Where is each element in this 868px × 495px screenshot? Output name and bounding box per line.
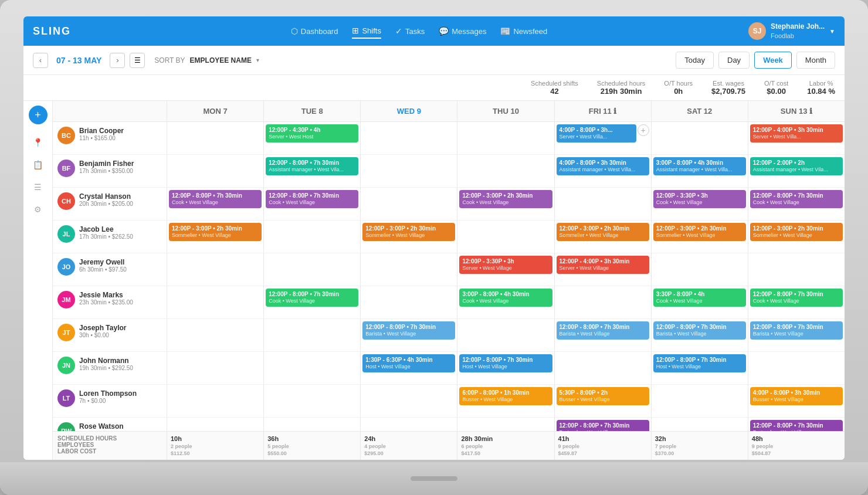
cell-crystal-mon[interactable]: 12:00P - 8:00P • 7h 30min Cook • West Vi…: [167, 188, 264, 220]
shift-block[interactable]: 4:00P - 8:00P • 3h 30min Busser • West V…: [750, 387, 843, 405]
cell-crystal-sat[interactable]: 12:00P - 3:30P • 3h Cook • West Village: [652, 188, 748, 220]
shift-block[interactable]: 12:00P - 8:00P • 7h 30min Bartender • We…: [557, 420, 649, 431]
prev-week-button[interactable]: ‹: [33, 53, 48, 68]
shift-block[interactable]: 6:00P - 8:00P • 1h 30min Busser • West V…: [459, 387, 552, 405]
cell-jessie-fri[interactable]: [555, 286, 652, 318]
cell-john-sun[interactable]: [748, 352, 845, 384]
shift-block[interactable]: 12:00P - 3:00P • 2h 30min Sommelier • We…: [557, 223, 649, 241]
week-view-button[interactable]: Week: [754, 52, 792, 69]
shift-block[interactable]: 12:00P - 3:00P • 2h 30min Cook • West Vi…: [459, 190, 552, 208]
cell-brian-sun[interactable]: 12:00P - 4:00P • 3h 30min Server • West …: [748, 122, 845, 154]
cell-joseph-sun[interactable]: 12:00P - 8:00P • 7h 30min Barista • West…: [748, 319, 845, 351]
cell-brian-wed[interactable]: [361, 122, 457, 154]
cell-jacob-wed[interactable]: 12:00P - 3:00P • 2h 30min Sommelier • We…: [361, 221, 457, 253]
sort-field[interactable]: EMPLOYEE NAME: [190, 56, 252, 65]
cell-benjamin-wed[interactable]: [361, 155, 457, 187]
month-view-button[interactable]: Month: [796, 52, 835, 69]
shift-block[interactable]: 12:00P - 3:00P • 2h 30min Sommelier • We…: [750, 223, 843, 241]
today-button[interactable]: Today: [676, 52, 714, 69]
cell-benjamin-sun[interactable]: 12:00P - 2:00P • 2h Assistant manager • …: [748, 155, 845, 187]
shift-block[interactable]: 12:00P - 3:00P • 2h 30min Sommelier • We…: [169, 223, 262, 241]
next-week-button[interactable]: ›: [110, 53, 125, 68]
cell-john-tue[interactable]: [264, 352, 361, 384]
cell-benjamin-tue[interactable]: 12:00P - 8:00P • 7h 30min Assistant mana…: [264, 155, 361, 187]
shift-block[interactable]: 12:00P - 4:00P • 3h 30min Server • West …: [750, 124, 843, 143]
shift-block[interactable]: 12:00P - 8:00P • 7h 30min Cook • West Vi…: [750, 190, 843, 208]
shift-block[interactable]: 12:00P - 8:00P • 7h 30min Cook • West Vi…: [750, 289, 843, 307]
cell-jeremy-sat[interactable]: [652, 253, 748, 286]
nav-shifts[interactable]: ⊞ Shifts: [352, 23, 381, 39]
day-view-button[interactable]: Day: [718, 52, 750, 69]
cell-john-wed[interactable]: 1:30P - 6:30P • 4h 30min Host • West Vil…: [361, 352, 457, 384]
cell-loren-wed[interactable]: [361, 385, 457, 417]
cell-jeremy-tue[interactable]: [264, 253, 361, 286]
shift-block[interactable]: 12:00P - 3:00P • 2h 30min Sommelier • We…: [362, 223, 455, 241]
cell-benjamin-sat[interactable]: 3:00P - 8:00P • 4h 30min Assistant manag…: [652, 155, 748, 187]
sort-chevron-icon[interactable]: ▾: [256, 57, 259, 63]
cell-jacob-mon[interactable]: 12:00P - 3:00P • 2h 30min Sommelier • We…: [167, 221, 264, 253]
cell-crystal-fri[interactable]: [555, 188, 652, 220]
cell-jeremy-mon[interactable]: [167, 253, 264, 286]
filter-icon[interactable]: ☰: [29, 178, 47, 196]
shift-block[interactable]: 12:00P - 8:00P • 7h 30min Barista • West…: [750, 321, 843, 340]
cell-joseph-mon[interactable]: [167, 319, 264, 351]
shift-block[interactable]: 12:00P - 8:00P • 7h 30min Cook • West Vi…: [266, 190, 358, 208]
cell-rose-mon[interactable]: [167, 418, 264, 431]
shift-block[interactable]: 3:00P - 8:00P • 4h 30min Cook • West Vil…: [459, 289, 552, 307]
cell-brian-mon[interactable]: [167, 122, 264, 154]
cell-loren-thu[interactable]: 6:00P - 8:00P • 1h 30min Busser • West V…: [457, 385, 554, 417]
cell-jeremy-fri[interactable]: 12:00P - 4:00P • 3h 30min Server • West …: [555, 253, 652, 286]
nav-newsfeed[interactable]: 📰 Newsfeed: [500, 24, 547, 38]
cell-jacob-thu[interactable]: [457, 221, 554, 253]
cell-loren-tue[interactable]: [264, 385, 361, 417]
cell-joseph-fri[interactable]: 12:00P - 8:00P • 7h 30min Barista • West…: [555, 319, 652, 351]
calendar-view-button[interactable]: ☰: [130, 53, 145, 68]
nav-messages[interactable]: 💬 Messages: [439, 24, 486, 38]
cell-jessie-wed[interactable]: [361, 286, 457, 318]
cell-rose-fri[interactable]: 12:00P - 8:00P • 7h 30min Bartender • We…: [555, 418, 652, 431]
cell-brian-tue[interactable]: 12:00P - 4:30P • 4h Server • West Host: [264, 122, 361, 154]
cell-joseph-tue[interactable]: [264, 319, 361, 351]
shift-block[interactable]: 12:00P - 8:00P • 7h 30min Barista • West…: [557, 321, 649, 340]
cell-jessie-tue[interactable]: 12:00P - 8:00P • 7h 30min Cook • West Vi…: [264, 286, 361, 318]
cell-jacob-sun[interactable]: 12:00P - 3:00P • 2h 30min Sommelier • We…: [748, 221, 845, 253]
cell-john-sat[interactable]: 12:00P - 8:00P • 7h 30min Host • West Vi…: [652, 352, 748, 384]
shift-block[interactable]: 12:00P - 3:30P • 3h Server • West Villag…: [459, 256, 552, 274]
nav-dashboard[interactable]: ⬡ Dashboard: [291, 24, 338, 38]
cell-jacob-tue[interactable]: [264, 221, 361, 253]
shift-block[interactable]: 12:00P - 8:00P • 7h 30min Assistant mana…: [266, 157, 358, 175]
shift-block[interactable]: 12:00P - 4:00P • 3h 30min Server • West …: [557, 256, 649, 274]
shift-block[interactable]: 12:00P - 3:00P • 2h 30min Sommelier • We…: [653, 223, 746, 241]
cell-jeremy-sun[interactable]: [748, 253, 845, 286]
list-icon[interactable]: 📋: [29, 156, 47, 174]
cell-jacob-sat[interactable]: 12:00P - 3:00P • 2h 30min Sommelier • We…: [652, 221, 748, 253]
cell-rose-wed[interactable]: [361, 418, 457, 431]
cell-john-thu[interactable]: 12:00P - 8:00P • 7h 30min Host • West Vi…: [457, 352, 554, 384]
cell-crystal-wed[interactable]: [361, 188, 457, 220]
shift-block[interactable]: 12:00P - 8:00P • 7h 30min Barista • West…: [362, 321, 455, 340]
shift-block[interactable]: 1:30P - 6:30P • 4h 30min Host • West Vil…: [362, 354, 455, 372]
cell-loren-mon[interactable]: [167, 385, 264, 417]
shift-block[interactable]: 3:00P - 8:00P • 4h 30min Assistant manag…: [653, 157, 746, 175]
settings-icon[interactable]: ⚙: [29, 201, 47, 218]
cell-brian-fri[interactable]: 4:00P - 8:00P • 3h... Server • West Vill…: [555, 122, 652, 154]
shift-block[interactable]: 4:00P - 8:00P • 3h 30min Assistant manag…: [557, 157, 649, 175]
cell-brian-sat[interactable]: [652, 122, 748, 154]
location-icon[interactable]: 📍: [29, 134, 47, 151]
cell-jessie-thu[interactable]: 3:00P - 8:00P • 4h 30min Cook • West Vil…: [457, 286, 554, 318]
shift-block[interactable]: 12:00P - 8:00P • 7h 30min Cook • West Vi…: [266, 289, 358, 307]
cell-john-mon[interactable]: [167, 352, 264, 384]
cell-joseph-wed[interactable]: 12:00P - 8:00P • 7h 30min Barista • West…: [361, 319, 457, 351]
cell-rose-sun[interactable]: 12:00P - 8:00P • 7h 30min Bartender • We…: [748, 418, 845, 431]
cell-rose-tue[interactable]: [264, 418, 361, 431]
cell-brian-thu[interactable]: [457, 122, 554, 154]
cell-rose-sat[interactable]: [652, 418, 748, 431]
user-dropdown-icon[interactable]: ▼: [829, 28, 835, 35]
cell-loren-sun[interactable]: 4:00P - 8:00P • 3h 30min Busser • West V…: [748, 385, 845, 417]
add-shift-button[interactable]: +: [638, 124, 649, 136]
cell-joseph-thu[interactable]: [457, 319, 554, 351]
cell-jeremy-thu[interactable]: 12:00P - 3:30P • 3h Server • West Villag…: [457, 253, 554, 286]
cell-jeremy-wed[interactable]: [361, 253, 457, 286]
add-shift-button[interactable]: +: [29, 106, 48, 124]
shift-block[interactable]: 3:30P - 8:00P • 4h Cook • West Village: [653, 289, 746, 307]
